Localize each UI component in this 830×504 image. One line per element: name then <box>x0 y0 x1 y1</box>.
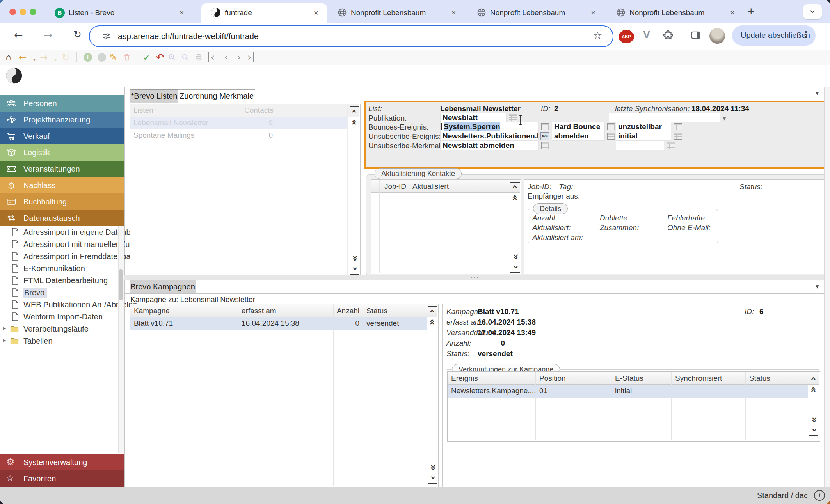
column-header-kampagne[interactable]: Kampagne <box>134 307 170 315</box>
bounces-field-focused[interactable]: System.Sperren <box>440 122 539 131</box>
search-plus-icon[interactable] <box>168 53 176 62</box>
column-header-e-status[interactable]: E-Status <box>615 374 643 383</box>
confirm-check-icon[interactable]: ✓ <box>141 52 152 62</box>
first-record-icon[interactable]: ‹ <box>208 52 216 62</box>
v-extension-icon[interactable]: V <box>643 29 650 41</box>
edit-pencil-icon[interactable]: ✎ <box>108 52 119 62</box>
scroll-pagedown-icon[interactable]: « <box>350 254 359 264</box>
unsubscribe-event2-field[interactable]: abmelden <box>552 131 605 141</box>
sidebar-item-buchhaltung[interactable]: Buchhaltung <box>0 193 124 210</box>
scroll-top-icon[interactable]: ‹ <box>510 182 520 192</box>
content-scrollbar-gutter[interactable] <box>824 87 830 487</box>
horizontal-splitter[interactable]: ⋯ <box>124 275 830 280</box>
sidebar-item-projektfinanzierung[interactable]: Projektfinanzierung <box>0 112 124 128</box>
merkmal-status-field[interactable] <box>616 140 664 150</box>
browser-tab-nonprofit-2[interactable]: Nonprofit Lebensbaum × <box>468 5 605 20</box>
window-minimize-button[interactable] <box>20 9 26 15</box>
sidebar-scrollbar-handle[interactable] <box>119 269 123 300</box>
forward-dropdown-icon[interactable]: ▾ <box>50 55 61 65</box>
combo-dropdown-icon[interactable]: ▾ <box>723 114 726 122</box>
browser-reload-button[interactable]: ↻ <box>73 30 82 39</box>
scroll-pageup-icon[interactable]: « <box>350 118 359 128</box>
tree-item-adressimport-manuell[interactable]: Adressimport mit manueller Zuor <box>0 238 118 250</box>
publikation-field[interactable]: Newsblatt <box>440 113 507 122</box>
home-icon[interactable]: ⌂ <box>3 52 14 62</box>
print-icon[interactable] <box>194 53 203 62</box>
scroll-pageup-icon[interactable]: « <box>510 193 520 203</box>
lookup-grid-icon[interactable] <box>667 142 675 149</box>
tree-item-webform-import[interactable]: Webform Import-Daten <box>0 311 118 323</box>
search-icon-disabled[interactable] <box>181 53 190 62</box>
browser-tab-nonprofit-1[interactable]: Nonprofit Lebensbaum × <box>329 5 466 20</box>
tab-close-icon[interactable]: × <box>588 8 598 17</box>
lookup-grid-icon[interactable] <box>541 123 549 130</box>
scroll-pageup-icon[interactable]: « <box>428 318 437 327</box>
column-header-position[interactable]: Position <box>539 374 566 383</box>
scroll-bottom-icon[interactable]: ‹ <box>510 263 520 273</box>
site-settings-icon[interactable] <box>102 32 112 41</box>
column-header-job-id[interactable]: Job-ID <box>384 182 406 191</box>
forward-icon-disabled[interactable]: → <box>38 52 49 62</box>
column-header-vk-status[interactable]: Status <box>749 374 770 383</box>
side-panel-icon[interactable] <box>690 30 702 41</box>
profile-avatar[interactable] <box>709 28 725 44</box>
extensions-puzzle-icon[interactable] <box>663 29 674 41</box>
tree-item-adressimport-eigene[interactable]: Adressimport in eigene Datenbar <box>0 226 118 238</box>
next-record-icon[interactable]: › <box>233 52 244 62</box>
lookup-grid-icon[interactable] <box>509 114 517 121</box>
sidebar-item-veranstaltungen[interactable]: Veranstaltungen <box>0 161 124 177</box>
table-row-selected[interactable]: Lebensmail Newsletter 9 <box>130 117 347 129</box>
window-close-button[interactable] <box>9 9 16 15</box>
tree-item-adressimport-fremd[interactable]: Adressimport in Fremddatenbank <box>0 250 118 263</box>
empty-combo-field[interactable] <box>609 113 720 122</box>
unsubscribe-status-field[interactable]: initial <box>616 131 671 141</box>
sidebar-item-personen[interactable]: Personen <box>0 95 124 112</box>
scroll-bottom-icon[interactable]: ‹ <box>428 474 437 484</box>
info-icon[interactable]: i <box>814 490 825 501</box>
column-header-anzahl[interactable]: Anzahl <box>327 307 359 315</box>
bounces-status-field[interactable]: unzustellbar <box>616 122 671 131</box>
expand-arrow-icon[interactable]: ▸ <box>3 337 6 343</box>
sidebar-item-verkauf[interactable]: Verkauf <box>0 128 124 144</box>
column-header-erfasst-am[interactable]: erfasst am <box>242 307 276 315</box>
duplicate-record-icon[interactable] <box>98 53 106 62</box>
column-header-listen[interactable]: Listen <box>133 106 153 115</box>
column-header-ereignis[interactable]: Ereignis <box>451 374 478 383</box>
merkmal-field[interactable]: Newsblatt abmelden <box>440 140 539 150</box>
lookup-grid-icon[interactable] <box>674 123 682 130</box>
ws-lookup-icon[interactable]: ws <box>540 132 549 140</box>
main-tab-zuordnung-merkmale[interactable]: Zuordnung Merkmale <box>178 89 255 103</box>
tab-close-icon[interactable]: × <box>449 8 459 17</box>
panel-menu-chevron-icon[interactable]: ▾ <box>816 282 819 290</box>
sidebar-item-nachlass[interactable]: Nachlass <box>0 177 124 193</box>
update-browser-button[interactable]: Update abschließen ⋮ <box>732 25 816 46</box>
tree-item-brevo-selected[interactable]: Brevo <box>0 287 118 299</box>
scroll-pagedown-icon[interactable]: « <box>809 416 818 425</box>
browser-forward-button[interactable]: → <box>44 30 53 40</box>
lookup-grid-icon[interactable] <box>607 133 615 140</box>
scroll-pagedown-icon[interactable]: « <box>428 463 437 473</box>
tree-item-ftml[interactable]: FTML Datenbearbeitung <box>0 275 118 287</box>
sidebar-scrollbar-track[interactable] <box>118 226 124 453</box>
unsubscribe-field[interactable]: Newsletters.Publikationen.N <box>440 131 539 141</box>
tree-item-web-publikationen[interactable]: WEB Publikationen An-/Abmelde <box>0 299 118 311</box>
browser-tab-brevo[interactable]: B Listen - Brevo × <box>46 5 199 20</box>
url-input[interactable]: asp.arenae.ch/funtrade-webift/funtrade ☆ <box>89 25 613 47</box>
last-record-icon[interactable]: › <box>246 52 254 62</box>
tab-close-icon[interactable]: × <box>728 8 737 17</box>
scroll-pageup-icon[interactable]: « <box>809 385 818 395</box>
scroll-bottom-icon[interactable]: ‹ <box>809 426 818 436</box>
column-header-status[interactable]: Status <box>366 307 387 315</box>
tab-close-icon[interactable]: × <box>311 8 321 18</box>
bookmark-star-icon[interactable]: ☆ <box>593 30 602 41</box>
kebab-menu-icon[interactable]: ⋮ <box>802 30 810 39</box>
scroll-top-icon[interactable]: ‹ <box>809 374 818 384</box>
previous-record-icon[interactable]: ‹ <box>221 52 232 62</box>
tab-search-chevron-button[interactable] <box>803 4 822 19</box>
back-icon[interactable]: ← <box>17 52 28 62</box>
add-record-icon[interactable]: + <box>84 53 92 62</box>
bounces-event2-field[interactable]: Hard Bounce <box>552 122 605 131</box>
scroll-bottom-icon[interactable]: ‹ <box>350 264 359 275</box>
kampagnen-row-selected[interactable]: Blatt v10.71 16.04.2024 15:38 0 versende… <box>130 317 427 330</box>
sidebar-item-datenaustausch[interactable]: Datenaustausch <box>0 210 124 226</box>
